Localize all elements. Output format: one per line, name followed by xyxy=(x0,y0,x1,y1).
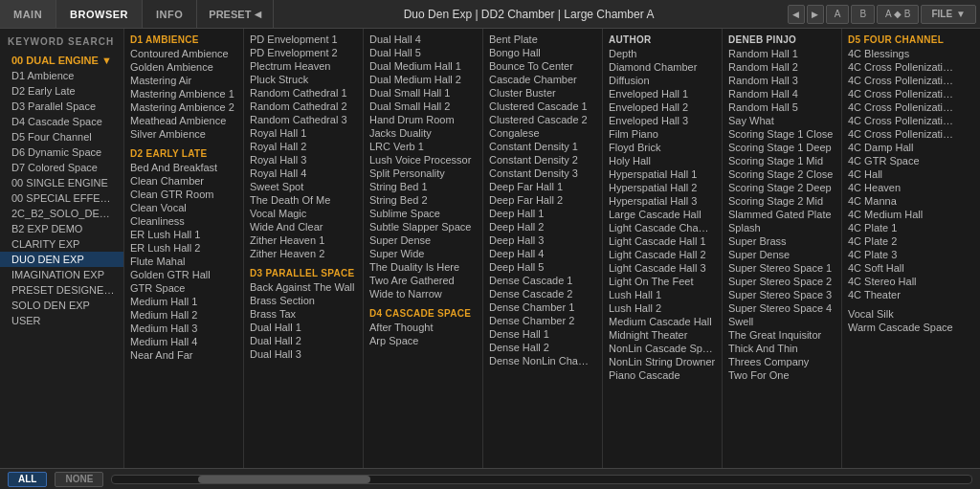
col-item-16[interactable]: Zither Heaven 2 xyxy=(244,247,363,260)
col-item-5[interactable]: Say What xyxy=(723,114,841,127)
col-item-12[interactable]: Clean Vocal xyxy=(124,201,243,214)
col-item-4[interactable]: Mastering Ambience 2 xyxy=(124,100,243,114)
col-item-19[interactable]: Super Stereo Space 4 xyxy=(723,301,841,315)
col-item-23[interactable]: Dual Hall 2 xyxy=(244,334,363,347)
col-item-2[interactable]: Plectrum Heaven xyxy=(244,59,363,73)
sidebar-item-d4-cascade-space[interactable]: D4 Cascade Space xyxy=(0,114,123,129)
col-item-12[interactable]: Large Cascade Hall xyxy=(603,208,722,221)
col-item-2[interactable]: Random Hall 3 xyxy=(723,74,841,87)
col-item-20[interactable]: Brass Section xyxy=(244,294,363,307)
col-item-16[interactable]: Light Cascade Hall 3 xyxy=(603,261,722,275)
col-item-13[interactable]: Light Cascade Chamber xyxy=(603,221,722,234)
col-item-22[interactable]: Thick And Thin xyxy=(723,342,841,355)
col-item-21[interactable]: Brass Tax xyxy=(244,307,363,321)
preset-button[interactable]: PRESET ◀ xyxy=(197,0,274,28)
col-item-9[interactable]: Hyperspatial Hall 1 xyxy=(603,167,722,181)
col-item-23[interactable]: Threes Company xyxy=(723,355,841,368)
col-item-15[interactable]: Super Dense xyxy=(364,233,482,247)
col-item-20[interactable]: Dense Chamber 1 xyxy=(483,300,602,314)
file-button[interactable]: FILE ▼ xyxy=(921,5,976,24)
sidebar-item-d7-colored-space[interactable]: D7 Colored Space xyxy=(0,160,123,175)
col-item-24[interactable]: Two For One xyxy=(723,368,841,382)
col-item-3[interactable]: Dual Medium Hall 2 xyxy=(364,73,482,86)
col-item-23[interactable]: Arp Space xyxy=(364,334,482,347)
col-item-15[interactable]: Zither Heaven 1 xyxy=(244,233,363,247)
col-item-3[interactable]: Mastering Ambience 1 xyxy=(124,87,243,100)
col-item-16[interactable]: Super Stereo Space 1 xyxy=(723,261,841,275)
col-item-13[interactable]: 4C Plate 1 xyxy=(842,221,962,234)
col-item-20[interactable]: Medium Cascade Hall xyxy=(603,315,722,328)
col-item-12[interactable]: The Death Of Me xyxy=(244,193,363,207)
col-item-8[interactable]: Scoring Stage 1 Mid xyxy=(723,154,841,167)
col-item-5[interactable]: Random Cathedral 2 xyxy=(244,100,363,113)
sidebar-item-preset-designers[interactable]: PRESET DESIGNERS xyxy=(0,282,123,298)
col-item-11[interactable]: Scoring Stage 2 Mid xyxy=(723,194,841,208)
col-item-13[interactable]: Deep Hall 1 xyxy=(483,207,602,220)
col-item-1[interactable]: Diamond Chamber xyxy=(603,60,722,74)
col-item-18[interactable]: 4C Theater xyxy=(842,288,962,301)
col-item-7[interactable]: Jacks Duality xyxy=(364,126,482,140)
col-item-23[interactable]: Near And Far xyxy=(124,348,243,362)
col-item-5[interactable]: Dual Small Hall 2 xyxy=(364,100,482,113)
col-item-21[interactable]: Midnight Theater xyxy=(603,328,722,342)
col-item-21[interactable]: Medium Hall 3 xyxy=(124,322,243,335)
col-item-14[interactable]: Subtle Slapper Space xyxy=(364,220,482,233)
col-item-0[interactable]: Depth xyxy=(603,47,722,60)
col-item-22[interactable]: Dense Hall 1 xyxy=(483,327,602,341)
col-item-0[interactable]: PD Envelopment 1 xyxy=(244,33,363,46)
col-item-2[interactable]: Mastering Air xyxy=(124,74,243,87)
sidebar-item-2c_b2_solo_den_exp[interactable]: 2C_B2_SOLO_DEN_EXP xyxy=(0,206,123,221)
col-item-16[interactable]: Super Wide xyxy=(364,247,482,260)
col-item-17[interactable]: Light On The Feet xyxy=(603,275,722,288)
tab-browser[interactable]: BROWSER xyxy=(56,0,143,28)
bottom-scrollbar[interactable] xyxy=(111,475,972,484)
sidebar-item-d3-parallel-space[interactable]: D3 Parallel Space xyxy=(0,99,123,114)
col-item-11[interactable]: Clean GTR Room xyxy=(124,188,243,201)
col-item-19[interactable]: Dense Cascade 2 xyxy=(483,287,602,300)
sidebar-item-clarity-exp[interactable]: CLARITY EXP xyxy=(0,236,123,252)
col-item-13[interactable]: Sublime Space xyxy=(364,207,482,220)
col-item-14[interactable]: Light Cascade Hall 1 xyxy=(603,234,722,248)
col-item-6[interactable]: Clustered Cascade 2 xyxy=(483,113,602,126)
col-item-15[interactable]: Light Cascade Hall 2 xyxy=(603,248,722,261)
col-item-4[interactable]: Cluster Buster xyxy=(483,86,602,100)
col-item-22[interactable]: NonLin Cascade Space xyxy=(603,342,722,355)
col-item-4[interactable]: Dual Small Hall 1 xyxy=(364,86,482,100)
col-item-10[interactable]: Split Personality xyxy=(364,167,482,180)
col-item-22[interactable]: Medium Hall 4 xyxy=(124,335,243,348)
col-item-3[interactable]: Random Hall 4 xyxy=(723,87,841,100)
col-item-1[interactable]: Bongo Hall xyxy=(483,46,602,59)
sidebar-item-00-dual-engine[interactable]: 00 DUAL ENGINE ▼ xyxy=(0,53,123,68)
col-item-13[interactable]: Vocal Magic xyxy=(244,207,363,220)
sidebar-item-00-single-engine[interactable]: 00 SINGLE ENGINE xyxy=(0,175,123,190)
col-item-15[interactable]: Super Dense xyxy=(723,248,841,261)
nav-next-button[interactable]: ▶ xyxy=(807,5,824,24)
col-item-5[interactable]: Meathead Ambience xyxy=(124,114,243,127)
sidebar-item-b2-exp-demo[interactable]: B2 EXP DEMO xyxy=(0,221,123,236)
col-item-12[interactable]: Deep Far Hall 2 xyxy=(483,193,602,207)
col-item-21[interactable]: The Great Inquisitor xyxy=(723,328,841,342)
none-button[interactable]: NONE xyxy=(55,472,103,487)
col-item-7[interactable]: Scoring Stage 1 Deep xyxy=(723,141,841,154)
col-item-4[interactable]: Random Hall 5 xyxy=(723,100,841,114)
col-item-1[interactable]: Golden Ambience xyxy=(124,60,243,74)
col-item-8[interactable]: 4C GTR Space xyxy=(842,154,962,167)
col-item-19[interactable]: Back Against The Wall xyxy=(244,280,363,294)
col-item-14[interactable]: Super Brass xyxy=(723,234,841,248)
col-item-6[interactable]: Scoring Stage 1 Close xyxy=(723,127,841,141)
col-item-13[interactable]: Cleanliness xyxy=(124,214,243,228)
col-item-18[interactable]: Lush Hall 1 xyxy=(603,288,722,301)
sidebar-item-d1-ambience[interactable]: D1 Ambience xyxy=(0,68,123,83)
sidebar-item-user[interactable]: USER xyxy=(0,313,123,328)
col-item-14[interactable]: ER Lush Hall 1 xyxy=(124,228,243,241)
col-item-12[interactable]: 4C Medium Hall xyxy=(842,208,962,221)
col-item-17[interactable]: Golden GTR Hall xyxy=(124,268,243,281)
sidebar-item-d6-dynamic-space[interactable]: D6 Dynamic Space xyxy=(0,144,123,160)
col-item-16[interactable]: Deep Hall 4 xyxy=(483,247,602,260)
col-item-9[interactable]: Royal Hall 3 xyxy=(244,153,363,167)
col-item-19[interactable]: Medium Hall 1 xyxy=(124,295,243,308)
col-item-5[interactable]: Enveloped Hall 3 xyxy=(603,114,722,127)
col-item-18[interactable]: Two Are Gathered xyxy=(364,274,482,287)
sidebar-item-d2-early-late[interactable]: D2 Early Late xyxy=(0,83,123,99)
sidebar-item-duo-den-exp[interactable]: DUO DEN EXP xyxy=(0,252,123,267)
